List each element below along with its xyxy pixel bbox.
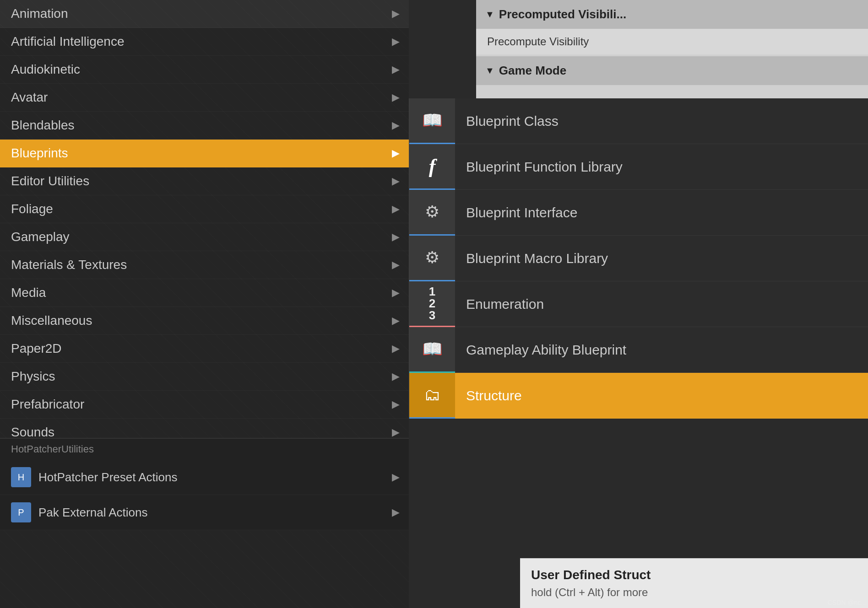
menu-item-media[interactable]: Media ▶: [0, 279, 409, 307]
menu-label: Blendables: [11, 118, 75, 133]
menu-item-foliage[interactable]: Foliage ▶: [0, 195, 409, 223]
menu-label: Prefabricator: [11, 397, 84, 412]
hotpatcher-preset-label: HotPatcher Preset Actions: [38, 470, 177, 484]
menu-item-paper2d[interactable]: Paper2D ▶: [0, 335, 409, 363]
menu-item-audiokinetic[interactable]: Audiokinetic ▶: [0, 56, 409, 84]
menu-item-prefabricator[interactable]: Prefabricator ▶: [0, 391, 409, 419]
menu-label: Miscellaneous: [11, 313, 92, 328]
submenu-item-blueprint-function-library[interactable]: f Blueprint Function Library: [409, 144, 868, 190]
menu-label: Animation: [11, 6, 68, 21]
menu-label: Blueprints: [11, 146, 68, 161]
submenu-item-gameplay-ability-blueprint[interactable]: 📖 Gameplay Ability Blueprint: [409, 327, 868, 373]
submenu-item-blueprint-macro-library[interactable]: ⚙ Blueprint Macro Library: [409, 236, 868, 281]
submenu-label: Blueprint Function Library: [455, 159, 623, 175]
menu-label: Avatar: [11, 90, 48, 105]
menu-label: Artificial Intelligence: [11, 34, 124, 49]
menu-arrow: ▶: [392, 426, 400, 438]
submenu-label: Blueprint Interface: [455, 205, 577, 221]
submenu-label: Blueprint Macro Library: [455, 251, 608, 266]
menu-arrow: ▶: [392, 231, 400, 243]
submenu-icon: 123: [409, 281, 455, 327]
menu-arrow: ▶: [392, 315, 400, 327]
submenu-label: Blueprint Class: [455, 113, 559, 129]
menu-arrow: ▶: [392, 398, 400, 410]
hotpatcher-preset-icon: H: [11, 467, 31, 487]
menu-arrow: ▶: [392, 343, 400, 355]
menu-item-physics[interactable]: Physics ▶: [0, 363, 409, 391]
far-right-panel: ▼ Precomputed Visibili... Precompute Vis…: [476, 0, 868, 98]
gamemode-header: ▼ Game Mode: [476, 56, 868, 85]
submenu-icon: f: [409, 144, 455, 190]
menu-arrow: ▶: [392, 371, 400, 382]
menu-label: Foliage: [11, 202, 53, 216]
submenu-label: Gameplay Ability Blueprint: [455, 342, 626, 358]
gamemode-title: Game Mode: [499, 64, 566, 78]
menu-item-gameplay[interactable]: Gameplay ▶: [0, 223, 409, 251]
menu-label: Editor Utilities: [11, 174, 89, 188]
precomputed-header: ▼ Precomputed Visibili...: [476, 0, 868, 29]
menu-arrow: ▶: [392, 36, 400, 48]
tooltip-hint: hold (Ctrl + Alt) for more: [531, 586, 857, 599]
gamemode-triangle[interactable]: ▼: [485, 65, 494, 76]
menu-arrow: ▶: [392, 64, 400, 75]
menu-label: Physics: [11, 369, 55, 384]
menu-item-blueprints[interactable]: Blueprints ▶: [0, 140, 409, 167]
precomputed-item[interactable]: Precompute Visibility: [476, 29, 868, 54]
menu-arrow: ▶: [392, 147, 400, 159]
menu-item-blendables[interactable]: Blendables ▶: [0, 112, 409, 140]
menu-label: Paper2D: [11, 341, 62, 356]
menu-label: Audiokinetic: [11, 62, 80, 77]
watermark: CSDN @nc...: [828, 599, 866, 606]
collapse-triangle[interactable]: ▼: [485, 9, 494, 20]
pak-external-arrow: ▶: [392, 506, 400, 518]
hotpatcher-preset-arrow: ▶: [392, 471, 400, 483]
menu-arrow: ▶: [392, 175, 400, 187]
submenu-item-enumeration[interactable]: 123 Enumeration: [409, 281, 868, 327]
menu-arrow: ▶: [392, 119, 400, 131]
menu-item-miscellaneous[interactable]: Miscellaneous ▶: [0, 307, 409, 335]
hotpatcher-preset-actions[interactable]: H HotPatcher Preset Actions ▶: [0, 460, 409, 495]
menu-item-artificial-intelligence[interactable]: Artificial Intelligence ▶: [0, 28, 409, 56]
tooltip-title: User Defined Struct: [531, 568, 857, 582]
submenu-label: Structure: [455, 388, 522, 404]
menu-item-animation[interactable]: Animation ▶: [0, 0, 409, 28]
menu-arrow: ▶: [392, 203, 400, 215]
menu-arrow: ▶: [392, 91, 400, 103]
precomputed-title: Precomputed Visibili...: [499, 7, 626, 22]
submenu-icon: 🗂: [409, 373, 455, 419]
submenu-icon: ⚙: [409, 236, 455, 281]
submenu-icon: ⚙: [409, 190, 455, 236]
submenu-item-blueprint-class[interactable]: 📖 Blueprint Class: [409, 98, 868, 144]
pak-external-label: Pak External Actions: [38, 506, 147, 520]
left-panel: Animation ▶ Artificial Intelligence ▶ Au…: [0, 0, 409, 608]
hotpatcher-section-label: HotPatcherUtilities: [0, 438, 409, 460]
menu-item-editor-utilities[interactable]: Editor Utilities ▶: [0, 167, 409, 195]
menu-arrow: ▶: [392, 287, 400, 299]
submenu-icon: 📖: [409, 327, 455, 373]
submenu-item-structure[interactable]: 🗂 Structure: [409, 373, 868, 419]
menu-item-materials--textures[interactable]: Materials & Textures ▶: [0, 251, 409, 279]
menu-arrow: ▶: [392, 259, 400, 271]
submenu-label: Enumeration: [455, 296, 544, 312]
blueprints-submenu: 📖 Blueprint Class f Blueprint Function L…: [409, 98, 868, 419]
pak-external-actions[interactable]: P Pak External Actions ▶: [0, 495, 409, 530]
menu-label: Media: [11, 285, 46, 300]
menu-label: Gameplay: [11, 230, 70, 244]
menu-item-avatar[interactable]: Avatar ▶: [0, 84, 409, 112]
menu-arrow: ▶: [392, 8, 400, 20]
pak-external-icon: P: [11, 502, 31, 522]
tooltip-panel: User Defined Struct hold (Ctrl + Alt) fo…: [520, 558, 868, 608]
menu-label: Materials & Textures: [11, 258, 127, 272]
submenu-icon: 📖: [409, 98, 455, 144]
submenu-item-blueprint-interface[interactable]: ⚙ Blueprint Interface: [409, 190, 868, 236]
